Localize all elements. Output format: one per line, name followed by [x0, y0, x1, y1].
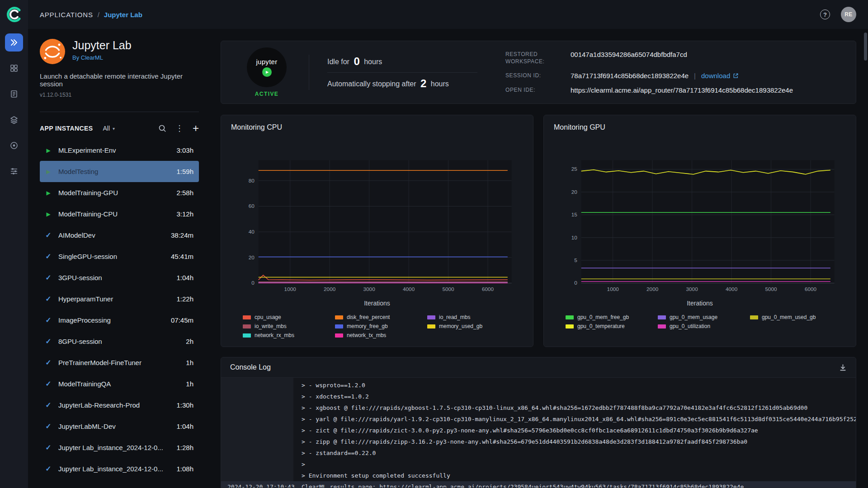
applications-icon — [9, 38, 19, 47]
legend-item[interactable]: network_tx_mbs — [335, 332, 419, 338]
legend-item[interactable]: gpu_0_temperature — [566, 323, 650, 329]
legend-item[interactable]: cpu_usage — [243, 314, 327, 320]
completed-status-icon: ✓ — [42, 337, 54, 346]
console-log-card: Console Log > - wsproto==1.2.0> - xdocte… — [221, 357, 856, 488]
legend-item[interactable]: io_write_mbs — [243, 323, 327, 329]
legend-swatch — [335, 315, 343, 319]
nav-applications[interactable] — [5, 33, 23, 52]
svg-text:40: 40 — [249, 229, 255, 235]
download-link[interactable]: download — [701, 72, 739, 80]
instance-name: Jupyter Lab_instance_2024-12-0... — [58, 465, 172, 473]
svg-text:80: 80 — [249, 178, 255, 183]
instance-row[interactable]: ▶ModelTraining-CPU3:12h — [40, 203, 199, 225]
jupyter-session-badge: jupyter ▶ — [247, 47, 287, 87]
completed-status-icon: ✓ — [42, 465, 54, 473]
x-axis-label: Iterations — [231, 300, 523, 307]
svg-text:2000: 2000 — [646, 286, 658, 292]
instance-duration: 1:59h — [176, 168, 193, 175]
instance-row[interactable]: ✓ImageProcessing07:45m — [40, 310, 199, 331]
legend-item[interactable]: gpu_0_mem_free_gb — [566, 314, 650, 320]
instance-row[interactable]: ✓SingleGPU-session45:41m — [40, 246, 199, 267]
log-timestamp — [221, 402, 293, 413]
instance-name: JupyterLabML-Dev — [58, 422, 172, 430]
nav-pipelines[interactable] — [5, 162, 23, 180]
nav-projects[interactable] — [5, 59, 23, 77]
instance-name: 3GPU-session — [58, 274, 172, 282]
console-log-body[interactable]: > - wsproto==1.2.0> - xdoctest==1.0.2> -… — [221, 378, 856, 488]
page-scrollbar-thumb[interactable] — [864, 33, 867, 61]
instance-row[interactable]: ✓Jupyter Lab_instance_2024-12-0...1:08h — [40, 458, 199, 479]
legend-item[interactable]: memory_free_gb — [335, 323, 419, 329]
jupyter-logo-icon — [40, 39, 65, 64]
stop-suffix: hours — [431, 80, 449, 88]
instance-row[interactable]: ✓3GPU-session1:04h — [40, 267, 199, 288]
search-button[interactable] — [158, 124, 166, 132]
svg-text:5000: 5000 — [443, 286, 454, 292]
log-text: > - xdoctest==1.0.2 — [293, 391, 856, 402]
completed-status-icon: ✓ — [42, 231, 54, 239]
session-id-label: SESSION ID: — [505, 72, 563, 79]
instance-row[interactable]: ✓JupyterLab-Research-Prod1:30h — [40, 394, 199, 416]
console-log-line: > Environment setup completed successful… — [221, 470, 856, 481]
nav-datasets[interactable] — [5, 111, 23, 129]
instance-row[interactable]: ✓AIModelDev38:24m — [40, 225, 199, 246]
completed-status-icon: ✓ — [42, 252, 54, 261]
instance-duration: 3:03h — [176, 146, 193, 154]
legend-item[interactable]: disk_free_percent — [335, 314, 419, 320]
download-log-button[interactable] — [839, 364, 847, 371]
add-instance-button[interactable]: + — [193, 123, 199, 134]
legend-item[interactable]: gpu_0_mem_used_gb — [750, 314, 834, 320]
instance-row[interactable]: ✓Jupyter Lab_instance_2024-12-0...1:28h — [40, 437, 199, 458]
dashboard: jupyter ▶ ACTIVE Idle for 0 hours — [211, 29, 868, 488]
log-timestamp — [221, 391, 293, 402]
instance-row[interactable]: ✓ModelTrainingQA1h — [40, 373, 199, 394]
more-options-button[interactable]: ⋮ — [175, 124, 184, 132]
instance-name: ModelTesting — [58, 168, 172, 175]
instance-row[interactable]: ✓HyperparamTuner1:22h — [40, 288, 199, 310]
instance-row[interactable]: ▶MLExperiment-Env3:03h — [40, 140, 199, 161]
instance-row[interactable]: ▶ModelTraining-GPU2:58h — [40, 182, 199, 203]
svg-text:4000: 4000 — [726, 286, 737, 292]
stop-prefix: Automatically stopping after — [327, 80, 416, 88]
legend-item[interactable]: io_read_mbs — [427, 314, 511, 320]
legend-label: io_read_mbs — [439, 314, 470, 320]
svg-text:5000: 5000 — [765, 286, 777, 292]
projects-icon — [9, 64, 19, 73]
chart-legend: gpu_0_mem_free_gbgpu_0_mem_usagegpu_0_me… — [554, 314, 846, 329]
console-log-line: 2024-12-20 17:10:43ClearML results page:… — [221, 481, 856, 488]
legend-item[interactable]: gpu_0_utilization — [658, 323, 742, 329]
nav-reports[interactable] — [5, 85, 23, 103]
datasets-icon — [9, 115, 19, 124]
chart-legend: cpu_usagedisk_free_percentio_read_mbsio_… — [231, 314, 523, 338]
svg-text:1000: 1000 — [607, 286, 619, 292]
help-button[interactable]: ? — [820, 9, 830, 19]
running-status-icon: ▶ — [42, 190, 54, 196]
vertical-divider — [309, 55, 309, 90]
download-icon — [839, 364, 847, 371]
log-timestamp — [221, 380, 293, 391]
legend-item[interactable]: network_rx_mbs — [243, 332, 327, 338]
instance-row[interactable]: ▶ModelTesting1:59h — [40, 161, 199, 182]
pipelines-icon — [9, 167, 19, 176]
user-avatar[interactable]: RE — [841, 7, 856, 22]
instance-row[interactable]: ✓JupyterLabML-Dev1:04h — [40, 416, 199, 437]
legend-item[interactable]: memory_used_gb — [427, 323, 511, 329]
instance-row[interactable]: ✓8GPU-session2h — [40, 331, 199, 352]
log-text: > - wsproto==1.2.0 — [293, 380, 856, 391]
nav-orchestration[interactable] — [5, 136, 23, 155]
legend-item[interactable]: gpu_0_mem_usage — [658, 314, 742, 320]
breadcrumb-applications[interactable]: APPLICATIONS — [40, 11, 93, 19]
clearml-logo[interactable] — [4, 5, 24, 24]
svg-text:6000: 6000 — [482, 286, 494, 292]
instance-row[interactable]: ✓PreTrainerModel-FineTuner1h — [40, 352, 199, 373]
completed-status-icon: ✓ — [42, 401, 54, 409]
svg-text:60: 60 — [249, 203, 255, 209]
instances-filter-dropdown[interactable]: All ▾ — [103, 125, 115, 132]
legend-label: gpu_0_mem_used_gb — [762, 314, 816, 320]
pipe-separator: | — [694, 72, 696, 80]
svg-text:0: 0 — [574, 280, 577, 286]
panel-divider — [40, 112, 199, 112]
log-text: > - xgboost @ file:///rapids/xgboost-1.7… — [293, 402, 856, 413]
svg-text:5: 5 — [574, 257, 577, 263]
app-publisher-link[interactable]: By ClearML — [72, 54, 103, 61]
